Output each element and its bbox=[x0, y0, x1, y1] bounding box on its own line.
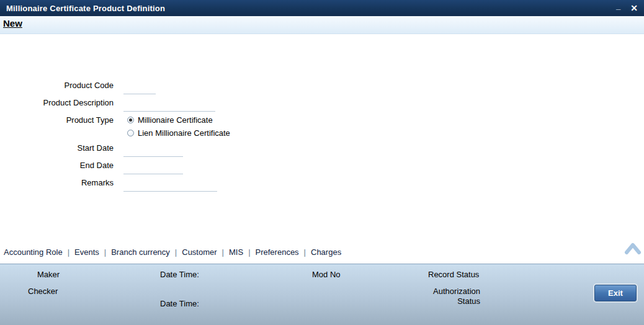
remarks-label: Remarks bbox=[2, 178, 114, 187]
chevron-up-icon[interactable] bbox=[624, 242, 642, 256]
tab-separator: | bbox=[247, 247, 251, 257]
product-description-input[interactable] bbox=[123, 101, 215, 112]
product-code-input[interactable] bbox=[123, 84, 156, 94]
exit-button[interactable]: Exit bbox=[594, 285, 637, 301]
section-tabs: Accounting Role | Events | Branch curren… bbox=[4, 247, 345, 257]
product-description-label: Product Description bbox=[2, 98, 114, 107]
minimize-icon[interactable]: _ bbox=[616, 2, 620, 10]
tab-separator: | bbox=[103, 247, 107, 257]
date-time-label-1: Date Time: bbox=[160, 270, 199, 279]
tab-preferences[interactable]: Preferences bbox=[252, 247, 303, 257]
tab-mis[interactable]: MIS bbox=[225, 247, 247, 257]
tab-charges[interactable]: Charges bbox=[307, 247, 345, 257]
start-date-input[interactable] bbox=[123, 146, 183, 157]
radio-label: Lien Millionaire Certificate bbox=[138, 128, 230, 138]
start-date-label: Start Date bbox=[2, 143, 114, 153]
tab-customer[interactable]: Customer bbox=[178, 247, 220, 257]
date-time-label-2: Date Time: bbox=[160, 299, 199, 308]
window-title: Millionaire Certificate Product Definiti… bbox=[6, 4, 165, 13]
tab-branch-currency[interactable]: Branch currency bbox=[107, 247, 174, 257]
window-controls: _ ✕ bbox=[616, 4, 638, 12]
tab-separator: | bbox=[303, 247, 307, 257]
radio-icon[interactable] bbox=[127, 117, 134, 123]
mod-no-label: Mod No bbox=[312, 270, 341, 279]
radio-millionaire-certificate[interactable]: Millionaire Certificate bbox=[127, 115, 213, 125]
titlebar: Millionaire Certificate Product Definiti… bbox=[0, 0, 644, 16]
tab-separator: | bbox=[221, 247, 225, 257]
end-date-label: End Date bbox=[2, 161, 114, 170]
tab-events[interactable]: Events bbox=[71, 247, 103, 257]
product-type-label: Product Type bbox=[2, 115, 114, 125]
tab-separator: | bbox=[174, 247, 178, 257]
radio-label: Millionaire Certificate bbox=[138, 115, 213, 125]
new-button[interactable]: New bbox=[3, 18, 22, 29]
radio-icon[interactable] bbox=[127, 130, 134, 136]
tab-accounting-role[interactable]: Accounting Role bbox=[4, 247, 66, 257]
authorization-status-label: Authorization Status bbox=[428, 287, 480, 306]
maker-label: Maker bbox=[37, 270, 60, 279]
checker-label: Checker bbox=[28, 287, 58, 296]
product-code-label: Product Code bbox=[2, 81, 114, 90]
close-icon[interactable]: ✕ bbox=[630, 4, 638, 12]
tab-separator: | bbox=[66, 247, 71, 257]
radio-lien-millionaire-certificate[interactable]: Lien Millionaire Certificate bbox=[127, 128, 230, 138]
record-status-label: Record Status bbox=[428, 270, 479, 279]
action-strip: New bbox=[0, 16, 644, 34]
product-definition-window: Millionaire Certificate Product Definiti… bbox=[0, 0, 644, 325]
remarks-input[interactable] bbox=[123, 181, 217, 192]
form-area: Product Code Product Description Product… bbox=[0, 34, 644, 242]
end-date-input[interactable] bbox=[123, 164, 183, 174]
audit-footer: Maker Date Time: Mod No Record Status Ch… bbox=[0, 264, 644, 325]
